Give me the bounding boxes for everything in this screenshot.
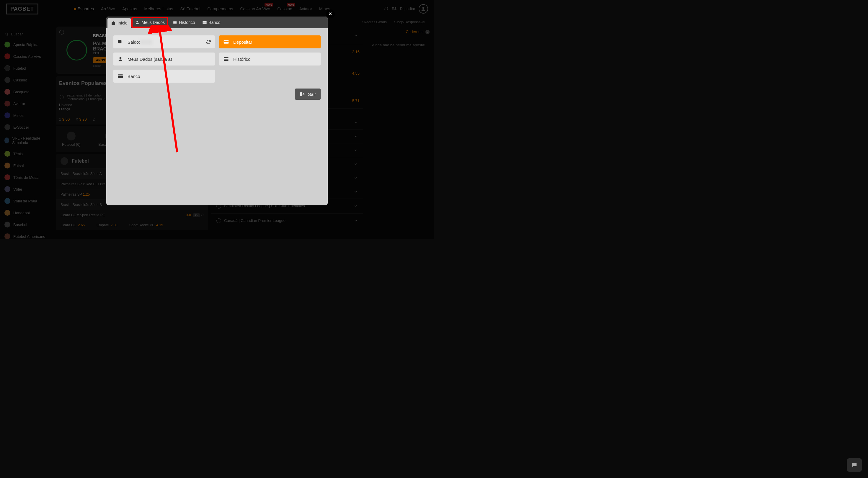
list-icon: [223, 56, 229, 62]
svg-rect-21: [225, 59, 228, 60]
balance-value: [140, 39, 152, 44]
close-icon: ×: [329, 11, 332, 17]
svg-rect-9: [174, 22, 177, 23]
card-icon: [223, 39, 229, 45]
user-icon: [135, 20, 140, 25]
user-icon: [118, 56, 123, 62]
tab-meus-dados[interactable]: Meus Dados: [131, 17, 168, 28]
tab-banco[interactable]: Banco: [199, 17, 224, 28]
coins-icon: [118, 39, 123, 45]
tab-historico[interactable]: Histórico: [169, 17, 198, 28]
account-modal: × Início Meus Dados Histórico Banco: [106, 17, 328, 205]
svg-rect-13: [203, 22, 206, 23]
svg-rect-11: [174, 23, 177, 24]
modal-tabs: Início Meus Dados Histórico Banco: [106, 17, 328, 28]
svg-point-17: [120, 57, 122, 59]
modal-body: Saldo: Depositar Meus Dados (sahsa a) Hi…: [106, 28, 328, 90]
svg-rect-6: [173, 21, 174, 22]
home-icon: [111, 21, 116, 25]
svg-rect-18: [224, 57, 225, 58]
card-icon: [202, 20, 207, 25]
svg-rect-8: [173, 22, 174, 23]
list-icon: [173, 20, 177, 25]
svg-rect-23: [225, 60, 228, 61]
balance-row: Saldo:: [113, 35, 215, 49]
svg-rect-19: [225, 57, 228, 58]
logout-icon: [300, 92, 305, 97]
card-icon: [118, 73, 123, 79]
modal-overlay: × Início Meus Dados Histórico Banco: [0, 0, 434, 239]
svg-rect-25: [118, 75, 123, 76]
historico-button[interactable]: Histórico: [219, 53, 321, 65]
depositar-button[interactable]: Depositar: [219, 35, 321, 49]
tab-inicio[interactable]: Início: [107, 18, 131, 28]
svg-rect-10: [173, 23, 174, 24]
refresh-icon[interactable]: [206, 39, 211, 44]
svg-point-5: [137, 21, 138, 23]
close-button[interactable]: ×: [326, 9, 335, 18]
svg-rect-16: [224, 41, 229, 42]
svg-rect-20: [224, 59, 225, 60]
sair-button[interactable]: Sair: [295, 89, 321, 100]
svg-rect-7: [174, 21, 177, 22]
svg-rect-22: [224, 60, 225, 61]
meus-dados-button[interactable]: Meus Dados (sahsa a): [113, 53, 215, 65]
banco-button[interactable]: Banco: [113, 70, 215, 83]
